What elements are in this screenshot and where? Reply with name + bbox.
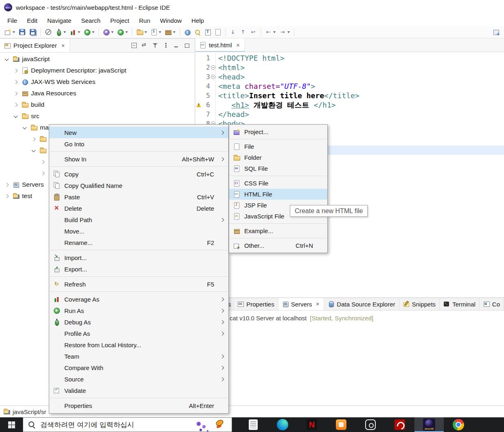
menu-navigate[interactable]: Navigate [42, 16, 76, 25]
menu-item-coverage-as[interactable]: Coverage As [49, 293, 228, 305]
tree-item-java-resources[interactable]: Java Resources [0, 88, 195, 99]
menu-item-new[interactable]: New [49, 127, 228, 138]
link-with-editor-icon[interactable] [142, 43, 147, 48]
last-edit-location-button[interactable] [249, 27, 258, 37]
tab-co[interactable]: Co [480, 298, 504, 310]
maximize-icon[interactable] [184, 43, 190, 48]
dropdown-arrow-icon[interactable] [13, 31, 15, 33]
menu-search[interactable]: Search [76, 16, 105, 25]
editor-tab-test-html[interactable]: test.html [195, 38, 245, 52]
menu-item-profile-as[interactable]: Profile As [49, 328, 228, 339]
menu-help[interactable]: Help [186, 16, 209, 25]
project-explorer-tab[interactable]: Project Explorer [0, 39, 70, 52]
dropdown-arrow-icon[interactable] [92, 31, 94, 33]
code-text[interactable]: <h1> 개발환경 테스트 </h1> [217, 100, 336, 110]
menu-item-other[interactable]: Other...Ctrl+N [229, 240, 327, 251]
expand-icon[interactable] [13, 90, 19, 96]
menu-item-team[interactable]: Team [49, 350, 228, 362]
expand-icon[interactable] [31, 148, 37, 153]
menu-item-restore-from-local-history[interactable]: Restore from Local History... [49, 339, 228, 350]
fold-collapse-icon[interactable] [211, 75, 215, 79]
menu-item-import[interactable]: Import... [49, 252, 228, 263]
search-button[interactable] [193, 27, 202, 37]
tab-terminal[interactable]: Terminal [440, 298, 480, 310]
menu-item-move[interactable]: Move... [49, 225, 228, 237]
next-annotation-button[interactable] [228, 27, 237, 37]
save-all-button[interactable] [28, 27, 37, 37]
server-entry[interactable]: cat v10.0 Server at localhost [Started, … [220, 315, 504, 322]
menu-item-project[interactable]: Project... [229, 126, 327, 137]
taskbar-search-box[interactable]: 검색하려면 여기에 입력하십시 [23, 417, 232, 432]
menu-item-properties[interactable]: PropertiesAlt+Enter [49, 400, 228, 411]
tree-item-deployment-descriptor-javascript[interactable]: Deployment Descriptor: javaScript [0, 65, 195, 76]
code-text[interactable]: <!DOCTYPE html> [217, 53, 285, 63]
expand-icon[interactable] [4, 56, 10, 62]
save-button[interactable] [18, 27, 27, 37]
tab-servers[interactable]: Servers [278, 298, 324, 310]
expand-icon[interactable] [13, 68, 19, 73]
menu-item-copy[interactable]: CopyCtrl+C [49, 168, 228, 180]
expand-icon[interactable] [40, 170, 46, 176]
menu-project[interactable]: Project [105, 16, 134, 25]
expand-icon[interactable] [13, 113, 19, 119]
start-button[interactable] [0, 417, 23, 432]
dropdown-arrow-icon[interactable] [145, 31, 147, 33]
tree-item-build[interactable]: build [0, 99, 195, 110]
menu-edit[interactable]: Edit [22, 16, 42, 25]
menu-item-example[interactable]: Example... [229, 225, 327, 236]
external-tools-button[interactable] [116, 27, 129, 37]
skip-breakpoints-button[interactable] [44, 27, 53, 37]
menu-item-css-file[interactable]: CSS File [229, 178, 327, 189]
code-text[interactable]: <meta charset="UTF-8"> [217, 82, 315, 91]
menu-item-validate[interactable]: Validate [49, 385, 228, 396]
fold-collapse-icon[interactable] [211, 65, 215, 70]
open-web-browser-button[interactable] [183, 27, 192, 37]
new-servlet-button[interactable] [149, 27, 162, 37]
menu-item-build-path[interactable]: Build Path [49, 214, 228, 225]
expand-icon[interactable] [13, 102, 19, 108]
dropdown-arrow-icon[interactable] [78, 31, 80, 33]
expand-icon[interactable] [31, 136, 37, 142]
tree-item-jax-ws-web-services[interactable]: JAX-WS Web Services [0, 76, 195, 88]
menu-item-file[interactable]: File [229, 141, 327, 152]
new-web-project-button[interactable] [135, 27, 148, 37]
tab-data-source-explorer[interactable]: Data Source Explorer [324, 298, 399, 310]
dropdown-arrow-icon[interactable] [287, 31, 290, 33]
debug-button[interactable] [54, 27, 67, 37]
expand-icon[interactable] [4, 182, 10, 187]
close-icon[interactable] [315, 301, 320, 307]
menu-file[interactable]: File [2, 16, 22, 25]
code-text[interactable]: <html> [217, 63, 245, 72]
tree-item-src[interactable]: src [0, 110, 195, 122]
menu-item-compare-with[interactable]: Compare With [49, 362, 228, 373]
close-icon[interactable] [236, 42, 241, 48]
new-package-button[interactable] [164, 27, 177, 37]
menu-item-export[interactable]: Export... [49, 263, 228, 275]
open-perspective-button[interactable] [492, 27, 501, 37]
code-text[interactable]: </head> [217, 110, 249, 119]
menu-item-copy-qualified-name[interactable]: Copy Qualified Name [49, 180, 228, 191]
menu-run[interactable]: Run [134, 16, 155, 25]
back-button[interactable] [264, 27, 277, 37]
menu-item-folder[interactable]: Folder [229, 152, 327, 163]
menu-item-debug-as[interactable]: Debug As [49, 316, 228, 328]
taskbar-app-eclipse-ide[interactable] [414, 417, 444, 432]
open-type-button[interactable] [203, 27, 212, 37]
minimize-icon[interactable] [174, 43, 179, 48]
forward-button[interactable] [278, 27, 291, 37]
collapse-all-icon[interactable] [131, 43, 137, 48]
menu-item-show-in[interactable]: Show InAlt+Shift+W [49, 153, 228, 165]
code-text[interactable]: <head> [217, 72, 245, 82]
tree-item-javascript[interactable]: javaScript [0, 53, 195, 65]
taskbar-app-document[interactable] [239, 417, 268, 432]
expand-icon[interactable] [13, 79, 19, 85]
expand-icon[interactable] [40, 159, 46, 165]
dropdown-arrow-icon[interactable] [173, 31, 175, 33]
menu-item-delete[interactable]: DeleteDelete [49, 203, 228, 214]
menu-item-html-file[interactable]: HTML File [229, 189, 327, 200]
expand-icon[interactable] [22, 125, 28, 130]
run-button[interactable] [83, 27, 96, 37]
menu-window[interactable]: Window [155, 16, 186, 25]
taskbar-app-netflix[interactable] [297, 417, 327, 432]
dropdown-arrow-icon[interactable] [159, 31, 161, 33]
